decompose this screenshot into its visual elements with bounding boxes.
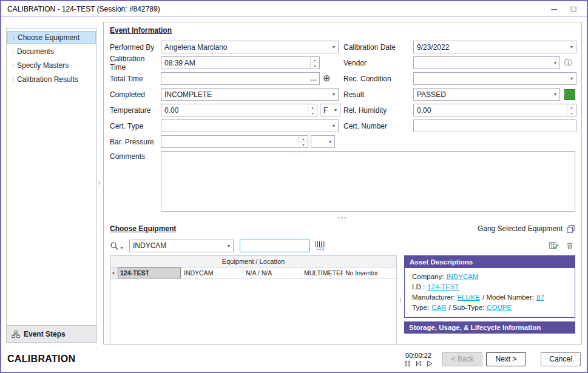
manufacturer-link[interactable]: FLUKE: [458, 294, 480, 301]
spin-up-icon[interactable]: ▴: [311, 57, 319, 63]
result-combo[interactable]: PASSED ▾: [413, 88, 560, 101]
equipment-id-link[interactable]: 124-TEST: [427, 283, 459, 291]
trash-icon[interactable]: [566, 241, 574, 250]
chevron-down-icon[interactable]: ▾: [567, 76, 576, 81]
spin-down-icon[interactable]: ▾: [311, 63, 319, 69]
bar-pressure-spinner[interactable]: ▴ ▾: [161, 135, 308, 148]
back-button[interactable]: < Back: [442, 352, 482, 366]
chevron-down-icon[interactable]: ▾: [551, 92, 559, 97]
sidebar-item-calibration-results[interactable]: ⋮ Calibration Results: [7, 73, 96, 86]
cell-type[interactable]: MULTIMETER: [302, 267, 343, 278]
calibration-date-label: Calibration Date: [343, 43, 413, 52]
subtype-link[interactable]: COUPE: [487, 304, 512, 311]
form-row: Total Time ... ⊕ Rec. Condition ▾: [110, 72, 575, 85]
rec-condition-label: Rec. Condition: [343, 75, 413, 83]
play-icon[interactable]: [426, 360, 433, 367]
asset-panel-splitter[interactable]: ⋮: [397, 255, 404, 344]
performed-by-combo[interactable]: Angelena Marciano ▾: [161, 41, 339, 53]
copy-icon[interactable]: [566, 224, 575, 234]
info-icon[interactable]: ⓘ: [564, 58, 572, 69]
skip-to-start-icon[interactable]: [415, 360, 422, 367]
sidebar-item-label: Documents: [17, 47, 54, 56]
sidebar-item-documents[interactable]: ⋮ Documents: [7, 45, 96, 58]
spin-down-icon[interactable]: ▾: [299, 142, 308, 147]
sidebar-item-label: Specify Masters: [17, 61, 69, 70]
cell-equipment-id[interactable]: 124-TEST: [118, 267, 181, 278]
manufacturer-label: Manufacturer:: [412, 294, 455, 301]
event-steps-button[interactable]: Event Steps: [7, 325, 96, 342]
pause-icon[interactable]: [404, 360, 411, 367]
form-row: Completed INCOMPLETE ▾ Result PASSED ▾: [110, 88, 575, 101]
cancel-button[interactable]: Cancel: [541, 352, 581, 366]
sidebar-item-choose-equipment[interactable]: ⋮ Choose Equipment: [7, 31, 96, 44]
chevron-down-icon[interactable]: ▾: [329, 44, 338, 50]
form-row: Cert. Type ▾ Cert. Number: [110, 119, 575, 132]
bar-pressure-label: Bar. Pressure: [110, 138, 161, 146]
completed-combo[interactable]: INCOMPLETE ▾: [161, 88, 339, 101]
temperature-unit-combo[interactable]: F ▾: [320, 104, 340, 116]
minimize-button[interactable]: —: [544, 2, 564, 16]
ellipsis-button[interactable]: ...: [308, 75, 319, 82]
model-number-link[interactable]: 87: [536, 294, 544, 301]
chevron-down-icon[interactable]: ▾: [567, 44, 576, 50]
rel-humidity-spinner[interactable]: 0.00 ▴ ▾: [413, 104, 576, 116]
timer-controls: [404, 360, 433, 367]
performed-by-label: Performed By: [110, 43, 161, 52]
maximize-button[interactable]: □: [564, 2, 583, 16]
sidebar-item-label: Choose Equipment: [18, 33, 79, 42]
temperature-spinner[interactable]: 0.00 ▴ ▾: [161, 104, 317, 116]
company-filter-combo[interactable]: INDYCAM ▾: [129, 240, 234, 252]
table-row[interactable]: ▸ 124-TEST INDYCAM N/A / N/A MULTIMETER …: [110, 267, 396, 279]
asset-descriptions-panel: Asset Descriptions Company:INDYCAM I.D.:…: [404, 255, 575, 318]
result-status-color-swatch[interactable]: [564, 89, 575, 100]
equipment-table-header[interactable]: Equipment / Location: [110, 256, 396, 267]
spinner-buttons: ▴ ▾: [310, 57, 319, 69]
barcode-icon[interactable]: 123: [316, 241, 325, 250]
asset-info-column: Asset Descriptions Company:INDYCAM I.D.:…: [404, 255, 575, 344]
chevron-down-icon[interactable]: ▾: [225, 243, 233, 249]
rec-condition-combo[interactable]: ▾: [413, 72, 576, 85]
calibration-window: CALIBRATION - 124-TEST (Session: #842789…: [0, 0, 588, 373]
spin-up-icon[interactable]: ▴: [567, 104, 576, 110]
result-label: Result: [343, 90, 413, 99]
asset-descriptions-body: Company:INDYCAM I.D.:124-TEST Manufactur…: [405, 268, 575, 317]
chevron-down-icon[interactable]: ▾: [551, 60, 559, 66]
chevron-down-icon[interactable]: ▾: [329, 123, 338, 129]
plus-circle-icon[interactable]: ⊕: [323, 74, 331, 83]
chevron-down-icon[interactable]: ▾: [326, 139, 334, 144]
sidebar-splitter[interactable]: ⋮: [96, 180, 103, 187]
spin-up-icon[interactable]: ▴: [299, 136, 308, 142]
barcode-digits: 123: [316, 247, 325, 250]
search-icon[interactable]: ▾: [110, 241, 124, 250]
form-row: Performed By Angelena Marciano ▾ Calibra…: [110, 41, 575, 53]
comments-textarea[interactable]: [161, 151, 575, 212]
calibration-time-spinner[interactable]: 08:39 AM ▴ ▾: [161, 56, 320, 69]
spinner-buttons: ▴ ▾: [567, 104, 576, 116]
spin-down-icon[interactable]: ▾: [308, 110, 317, 116]
vendor-combo[interactable]: ▾: [413, 56, 560, 69]
spin-down-icon[interactable]: ▾: [567, 110, 576, 116]
type-label: Type:: [412, 304, 429, 311]
sidebar: ⋮ Choose Equipment ⋮ Documents ⋮ Specify…: [6, 28, 97, 343]
equipment-table: Equipment / Location ▸ 124-TEST INDYCAM …: [110, 255, 397, 344]
chevron-down-icon[interactable]: ▾: [331, 107, 340, 113]
next-button[interactable]: Next >: [486, 352, 526, 366]
company-link[interactable]: INDYCAM: [446, 273, 478, 280]
rel-humidity-label: Rel. Humidity: [343, 106, 413, 115]
collapse-handle[interactable]: ...: [110, 214, 575, 221]
cell-company[interactable]: INDYCAM: [181, 267, 243, 278]
bar-pressure-unit-combo[interactable]: ▾: [311, 135, 335, 148]
chevron-down-icon[interactable]: ▾: [329, 92, 338, 97]
spinner-buttons: ▴ ▾: [308, 104, 317, 116]
type-link[interactable]: CAR: [431, 304, 446, 311]
spin-up-icon[interactable]: ▴: [308, 104, 317, 110]
cell-status[interactable]: No Inventor: [343, 267, 396, 278]
sidebar-item-specify-masters[interactable]: ⋮ Specify Masters: [7, 59, 96, 72]
cell-location[interactable]: N/A / N/A: [243, 267, 302, 278]
calibration-date-combo[interactable]: 9/23/2022 ▾: [413, 41, 576, 53]
cert-number-field[interactable]: [413, 119, 576, 132]
table-checkmark-icon[interactable]: [549, 241, 558, 250]
cert-type-combo[interactable]: ▾: [161, 119, 339, 132]
scan-equipment-input[interactable]: [240, 240, 310, 252]
total-time-field[interactable]: ...: [161, 72, 320, 85]
